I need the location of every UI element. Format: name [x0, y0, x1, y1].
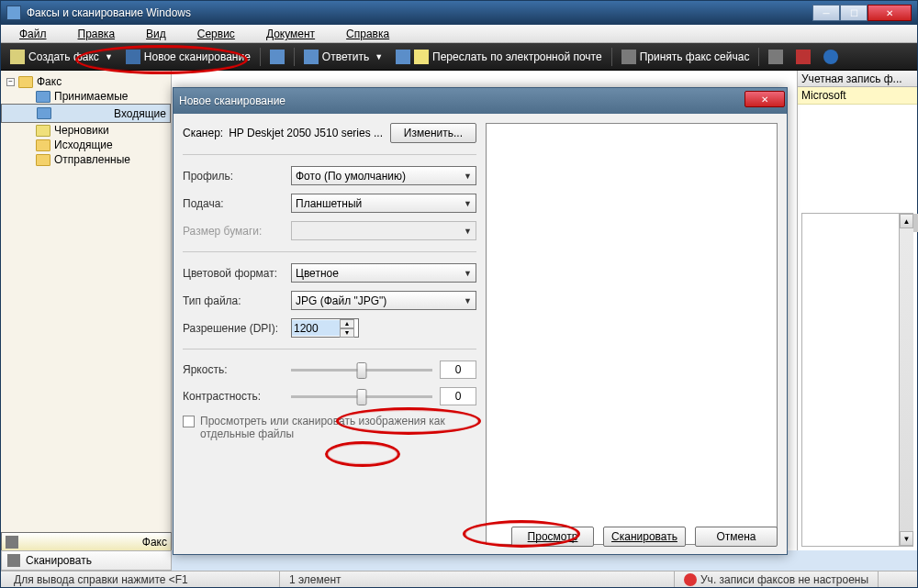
- fax-icon: [6, 536, 18, 549]
- close-button[interactable]: ✕: [868, 5, 912, 21]
- menu-file[interactable]: Файл: [5, 26, 62, 42]
- brightness-slider[interactable]: [291, 369, 432, 372]
- label: Черновики: [54, 124, 109, 137]
- spin-up-icon[interactable]: ▲: [340, 319, 354, 328]
- label: Отправленные: [54, 153, 130, 166]
- cancel-button[interactable]: Отмена: [695, 527, 778, 547]
- reply-button[interactable]: Ответить ▼: [298, 48, 388, 66]
- folder-tree: − Факс Принимаемые Входящие Черновики Ис…: [1, 71, 172, 550]
- warning-icon: [684, 573, 697, 586]
- folder-icon: [36, 91, 50, 103]
- tab-fax-label: Факс: [142, 536, 167, 549]
- tree-item-incoming-queue[interactable]: Принимаемые: [1, 89, 171, 104]
- tree-root-label: Факс: [37, 75, 62, 88]
- tree-item-sent[interactable]: Отправленные: [1, 152, 171, 167]
- receive-fax-button[interactable]: Принять факс сейчас: [616, 48, 756, 66]
- chevron-down-icon: ▼: [464, 227, 472, 236]
- profile-select[interactable]: Фото (По умолчанию)▼: [291, 166, 476, 185]
- tab-fax[interactable]: Факс: [1, 532, 172, 551]
- delete-button[interactable]: [790, 48, 816, 66]
- dialog-titlebar[interactable]: Новое сканирование ✕: [174, 88, 787, 114]
- maximize-button[interactable]: ☐: [840, 5, 868, 21]
- menu-tools[interactable]: Сервис: [183, 26, 250, 42]
- slider-thumb[interactable]: [357, 389, 367, 405]
- tree-item-inbox[interactable]: Входящие: [1, 104, 171, 123]
- minimize-button[interactable]: ─: [812, 5, 840, 21]
- change-scanner-button[interactable]: Изменить...: [390, 123, 476, 143]
- scanner-label: Сканер:: [183, 127, 223, 139]
- account-item[interactable]: Microsoft: [798, 87, 917, 105]
- menubar: Файл Правка Вид Сервис Документ Справка: [1, 25, 917, 43]
- tab-scan[interactable]: Сканировать: [1, 550, 172, 571]
- tab-scan-label: Сканировать: [26, 554, 92, 567]
- slider-thumb[interactable]: [357, 362, 367, 379]
- filetype-value: JPG (Файл "JPG"): [296, 294, 386, 307]
- dpi-field[interactable]: [292, 320, 340, 336]
- folder-icon: [36, 125, 50, 137]
- chevron-down-icon: ▼: [105, 52, 113, 61]
- filetype-select[interactable]: JPG (Файл "JPG")▼: [291, 291, 476, 310]
- colorfmt-select[interactable]: Цветное▼: [291, 263, 476, 283]
- forward-label: Переслать по электронной почте: [432, 50, 602, 63]
- help-button[interactable]: [818, 48, 844, 66]
- scanner-value: HP Deskjet 2050 J510 series ...: [229, 127, 385, 139]
- scan-preview-area[interactable]: [486, 123, 778, 545]
- dpi-input[interactable]: ▲▼: [291, 318, 359, 338]
- forward-button[interactable]: Переслать по электронной почте: [390, 48, 608, 66]
- colorfmt-label: Цветовой формат:: [183, 267, 291, 280]
- toolbar: Создать факс ▼ Новое сканирование Ответи…: [1, 43, 917, 71]
- separate-files-label: Просмотреть или сканировать изображения …: [200, 415, 457, 440]
- profile-label: Профиль:: [183, 170, 291, 183]
- label: Принимаемые: [54, 90, 128, 103]
- scrollbar[interactable]: ▲ ▼: [899, 214, 913, 546]
- print-button[interactable]: [763, 48, 789, 66]
- contrast-slider[interactable]: [291, 395, 432, 398]
- scroll-down-icon[interactable]: ▼: [900, 531, 913, 546]
- menu-edit[interactable]: Правка: [63, 26, 130, 42]
- chevron-down-icon: ▼: [464, 172, 472, 181]
- new-fax-icon: [10, 50, 25, 64]
- menu-view[interactable]: Вид: [131, 26, 181, 42]
- status-warning: Уч. записи факсов не настроены: [675, 571, 879, 587]
- menu-help[interactable]: Справка: [331, 26, 404, 42]
- separate-files-checkbox[interactable]: [183, 416, 195, 427]
- new-fax-button[interactable]: Создать факс ▼: [5, 48, 118, 66]
- delete-icon: [796, 50, 811, 64]
- label: Исходящие: [54, 139, 113, 151]
- right-header[interactable]: Учетная запись ф...: [798, 71, 917, 87]
- dialog-close-button[interactable]: ✕: [744, 91, 785, 107]
- scroll-up-icon[interactable]: ▲: [900, 214, 913, 228]
- titlebar[interactable]: Факсы и сканирование Windows ─ ☐ ✕: [1, 1, 917, 25]
- scan-icon: [7, 554, 20, 567]
- status-warning-text: Уч. записи факсов не настроены: [700, 573, 868, 586]
- tree-item-outbox[interactable]: Исходящие: [1, 138, 171, 152]
- status-help: Для вывода справки нажмите <F1: [5, 571, 280, 587]
- collapse-icon[interactable]: −: [6, 78, 15, 86]
- mail-icon: [414, 50, 429, 64]
- filetype-label: Тип файла:: [183, 294, 291, 307]
- scan-button[interactable]: Сканировать: [603, 527, 686, 547]
- dpi-label: Разрешение (DPI):: [183, 322, 291, 335]
- tree-root-fax[interactable]: − Факс: [1, 74, 171, 89]
- papersize-label: Размер бумаги:: [183, 225, 291, 238]
- source-select[interactable]: Планшетный▼: [291, 194, 476, 213]
- contrast-value: 0: [440, 387, 476, 405]
- dialog-form: Сканер: HP Deskjet 2050 J510 series ... …: [183, 123, 476, 545]
- page-icon: [270, 50, 285, 64]
- new-scan-button[interactable]: Новое сканирование: [120, 48, 256, 66]
- brightness-value: 0: [440, 361, 476, 379]
- folder-icon: [18, 76, 33, 88]
- toolbar-extra-button[interactable]: [264, 48, 290, 66]
- folder-icon: [36, 139, 50, 151]
- reply-label: Ответить: [322, 50, 369, 63]
- receive-icon: [621, 50, 636, 64]
- brightness-label: Яркость:: [183, 363, 291, 376]
- chevron-down-icon: ▼: [464, 296, 472, 305]
- menu-document[interactable]: Документ: [252, 26, 330, 42]
- new-scan-dialog: Новое сканирование ✕ Сканер: HP Deskjet …: [173, 87, 788, 555]
- spin-down-icon[interactable]: ▼: [340, 328, 354, 338]
- new-fax-label: Создать факс: [28, 50, 99, 63]
- tree-item-drafts[interactable]: Черновики: [1, 123, 171, 138]
- preview-button[interactable]: Просмотр: [511, 527, 594, 547]
- source-value: Планшетный: [296, 197, 362, 210]
